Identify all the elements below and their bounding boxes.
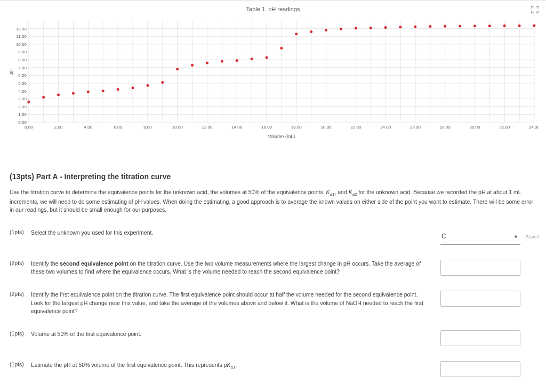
svg-text:11.00: 11.00: [16, 34, 27, 39]
question-2: (2pts) Identify the second equivalence p…: [7, 260, 539, 276]
svg-text:4.00: 4.00: [84, 125, 93, 130]
part-a-heading: (13pts) Part A - Interpreting the titrat…: [10, 172, 536, 181]
svg-point-93: [206, 61, 208, 64]
svg-text:12.00: 12.00: [16, 27, 27, 31]
svg-point-89: [146, 84, 149, 87]
q1-text: Select the unknown you used for this exp…: [31, 229, 440, 237]
svg-text:16.00: 16.00: [261, 125, 272, 130]
svg-text:26.00: 26.00: [410, 125, 421, 130]
svg-point-86: [102, 90, 105, 92]
svg-text:0.00: 0.00: [18, 120, 27, 125]
svg-point-94: [221, 60, 223, 63]
chart-title: Table 1. pH readings: [246, 6, 300, 12]
svg-point-92: [191, 64, 194, 67]
svg-point-82: [42, 96, 45, 99]
q4-text: Volume at 50% of the first equivalence p…: [31, 330, 440, 338]
svg-point-95: [236, 59, 238, 62]
svg-text:6.00: 6.00: [114, 125, 122, 130]
titration-chart: 0.001.002.003.004.005.006.007.008.009.00…: [7, 18, 539, 140]
q2-points: (2pts): [10, 260, 31, 266]
svg-point-101: [325, 29, 327, 31]
chart-header: Table 1. pH readings: [7, 6, 539, 15]
svg-text:22.00: 22.00: [350, 125, 361, 130]
q5-input[interactable]: [440, 361, 520, 377]
svg-point-111: [473, 25, 476, 27]
svg-text:10.00: 10.00: [172, 125, 183, 130]
svg-text:18.00: 18.00: [291, 125, 302, 130]
svg-point-108: [429, 25, 431, 28]
svg-point-97: [266, 56, 268, 59]
svg-point-100: [310, 30, 312, 33]
svg-text:28.00: 28.00: [440, 125, 451, 130]
svg-text:3.00: 3.00: [18, 97, 27, 101]
svg-text:2.00: 2.00: [54, 125, 63, 130]
svg-point-113: [503, 25, 506, 27]
question-5: (1pts) Estimate the pH at 50% volume of …: [7, 361, 539, 377]
svg-text:Volume (mL): Volume (mL): [268, 134, 295, 139]
svg-text:7.00: 7.00: [18, 66, 27, 70]
q3-points: (2pts): [10, 291, 31, 297]
saved-label: Saved: [526, 234, 540, 239]
svg-text:8.00: 8.00: [143, 125, 152, 130]
svg-text:2.00: 2.00: [18, 105, 27, 109]
svg-point-110: [459, 25, 461, 27]
svg-text:34.00: 34.00: [529, 125, 539, 130]
svg-point-104: [370, 27, 372, 29]
svg-text:5.00: 5.00: [18, 81, 27, 86]
svg-text:6.00: 6.00: [18, 73, 27, 78]
svg-text:pH: pH: [9, 68, 14, 74]
svg-text:8.00: 8.00: [18, 58, 27, 62]
svg-text:20.00: 20.00: [321, 125, 332, 130]
svg-point-98: [280, 47, 283, 50]
question-4: (1pts) Volume at 50% of the first equiva…: [7, 330, 539, 346]
svg-point-84: [72, 92, 75, 94]
part-a-intro: Use the titration curve to determine the…: [10, 188, 536, 214]
svg-point-112: [488, 25, 491, 27]
svg-point-87: [117, 88, 119, 91]
svg-point-107: [414, 25, 416, 28]
svg-point-88: [132, 86, 134, 89]
q5-text: Estimate the pH at 50% volume of the fir…: [31, 361, 440, 371]
svg-point-99: [295, 33, 298, 35]
svg-text:12.00: 12.00: [202, 125, 213, 130]
svg-point-114: [518, 25, 521, 27]
svg-point-103: [355, 27, 357, 29]
q1-points: (1pts): [10, 229, 31, 235]
expand-icon[interactable]: [531, 6, 539, 13]
svg-text:1.00: 1.00: [18, 112, 27, 117]
svg-point-83: [57, 93, 60, 96]
svg-text:10.00: 10.00: [16, 42, 27, 47]
q3-text: Identify the first equivalence point on …: [31, 291, 440, 315]
svg-point-96: [251, 58, 253, 60]
svg-text:14.00: 14.00: [231, 125, 242, 130]
svg-point-109: [444, 25, 446, 28]
q3-input[interactable]: [440, 291, 520, 307]
question-3: (2pts) Identify the first equivalence po…: [7, 291, 539, 315]
svg-text:0.00: 0.00: [25, 125, 33, 130]
q4-input[interactable]: [440, 330, 520, 346]
svg-point-91: [176, 68, 179, 70]
svg-point-90: [161, 81, 164, 84]
svg-text:4.00: 4.00: [18, 89, 27, 94]
svg-point-85: [87, 91, 90, 93]
q2-input[interactable]: [440, 260, 520, 276]
part-a-section: (13pts) Part A - Interpreting the titrat…: [7, 172, 539, 214]
question-1: (1pts) Select the unknown you used for t…: [7, 229, 539, 245]
svg-text:24.00: 24.00: [380, 125, 391, 130]
svg-point-115: [533, 25, 536, 27]
svg-point-81: [27, 101, 30, 103]
q5-points: (1pts): [10, 361, 31, 367]
svg-text:32.00: 32.00: [499, 125, 510, 130]
svg-text:30.00: 30.00: [470, 125, 480, 130]
q4-points: (1pts): [10, 330, 31, 337]
svg-point-106: [399, 26, 402, 28]
svg-point-102: [340, 28, 342, 30]
svg-point-105: [384, 26, 387, 29]
q2-text: Identify the second equivalence point on…: [31, 260, 440, 276]
unknown-select[interactable]: [440, 229, 520, 245]
svg-text:9.00: 9.00: [18, 50, 27, 54]
